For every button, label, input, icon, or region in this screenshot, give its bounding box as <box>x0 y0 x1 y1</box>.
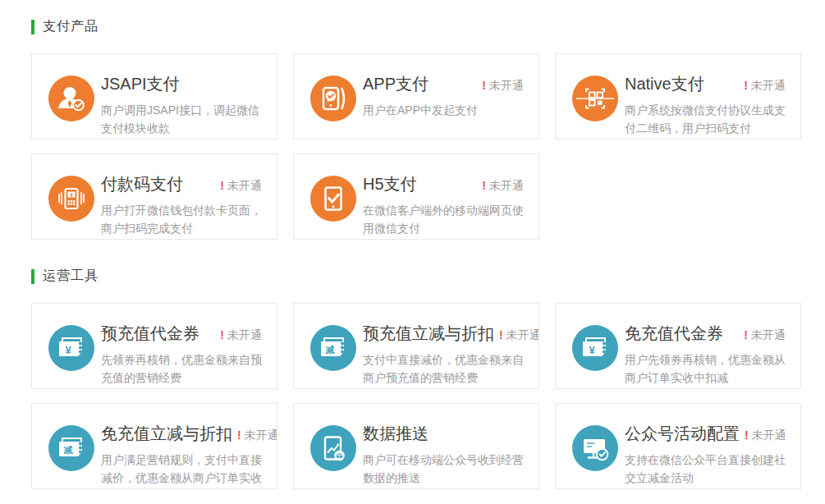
card-description: 先领券再核销，优惠金额来自预充值的营销经费 <box>101 351 262 387</box>
status-badge: !未开通 <box>482 179 524 194</box>
exclamation-icon: ! <box>482 179 486 192</box>
card-description: 支付中直接减价，优惠金额来自商户预充值的营销经费 <box>363 351 524 387</box>
status-badge: !未开通 <box>220 328 262 343</box>
section-title: 支付产品 <box>43 18 99 35</box>
tool-card-prepaid-voucher[interactable]: ¥ 预充值代金券 !未开通 先领券再核销，优惠金额来自预充值的营销经费 <box>31 303 277 389</box>
status-badge: !未开通 <box>744 79 786 94</box>
exclamation-icon: ! <box>744 328 748 341</box>
svg-text:¥: ¥ <box>70 192 73 198</box>
status-badge: !未开通 <box>482 79 524 94</box>
status-badge: !未开通 <box>499 328 539 343</box>
coupon-yen-icon: ¥ <box>48 325 94 371</box>
status-badge: !未开通 <box>237 428 277 443</box>
app-phone-icon <box>310 76 356 121</box>
card-description: 用户打开微信钱包付款卡页面，商户扫码完成支付 <box>101 201 262 237</box>
exclamation-icon: ! <box>482 79 486 92</box>
section-accent-bar <box>31 20 34 34</box>
coupon-yen-icon: ¥ <box>572 325 618 371</box>
product-card-h5-pay[interactable]: H5支付 !未开通 在微信客户端外的移动端网页使用微信支付 <box>293 153 539 240</box>
exclamation-icon: ! <box>744 79 748 92</box>
tools-card-grid: ¥ 预充值代金券 !未开通 先领券再核销，优惠金额来自预充值的营销经费 <box>31 303 825 489</box>
card-title: Native支付 <box>625 73 704 95</box>
exclamation-icon: ! <box>237 428 241 442</box>
card-title: H5支付 <box>363 173 417 195</box>
user-check-icon <box>48 76 94 121</box>
section-header-tools: 运营工具 <box>31 268 825 285</box>
tool-card-data-push[interactable]: 数据推送 ! 商户可在移动端公众号收到经营数据的推送 <box>293 403 539 489</box>
card-title: JSAPI支付 <box>101 73 180 95</box>
svg-text:减: 减 <box>326 345 335 355</box>
product-card-native-pay[interactable]: Native支付 !未开通 商户系统按微信支付协议生成支付二维码，用户扫码支付 <box>555 53 801 140</box>
exclamation-icon: ! <box>220 328 224 341</box>
status-badge: !未开通 <box>744 328 786 343</box>
svg-text:减: 减 <box>64 445 73 455</box>
phone-chart-mail-icon <box>310 425 356 471</box>
tool-card-free-discount[interactable]: 减 免充值立减与折扣 !未开通 用户满足营销规则，支付中直接减价，优惠金额从商户… <box>31 403 277 489</box>
status-badge: !未开通 <box>745 428 786 443</box>
product-card-app-pay[interactable]: APP支付 !未开通 用户在APP中发起支付 <box>293 53 539 140</box>
card-description: 商户系统按微信支付协议生成支付二维码，用户扫码支付 <box>625 101 786 137</box>
monitor-badge-icon <box>572 425 618 471</box>
exclamation-icon: ! <box>745 428 749 442</box>
card-description: 用户在APP中发起支付 <box>363 101 524 119</box>
section-payment-products: 支付产品 JSAPI支付 ! <box>31 18 825 240</box>
svg-text:¥: ¥ <box>589 344 595 356</box>
card-title: 数据推送 <box>363 423 429 445</box>
card-title: 免充值代金券 <box>625 323 723 345</box>
card-title: 免充值立减与折扣 <box>101 423 232 445</box>
card-description: 在微信客户端外的移动端网页使用微信支付 <box>363 201 524 237</box>
tool-card-prepaid-discount[interactable]: 减 预充值立减与折扣 !未开通 支付中直接减价，优惠金额来自商户预充值的营销经费 <box>293 303 539 389</box>
svg-text:¥: ¥ <box>65 344 71 356</box>
card-title: 预充值代金券 <box>101 323 199 345</box>
products-page: 支付产品 JSAPI支付 ! <box>0 0 825 489</box>
coupon-jian-icon: 减 <box>310 325 356 371</box>
card-description: 商户调用JSAPI接口，调起微信支付模块收款 <box>101 101 262 137</box>
status-badge: !未开通 <box>220 179 262 194</box>
tool-card-official-account-activity[interactable]: 公众号活动配置 !未开通 支持在微信公众平台直接创建社交立减金活动 <box>555 403 801 489</box>
section-operation-tools: 运营工具 ¥ 预充值代金券 <box>31 268 825 489</box>
tool-card-free-voucher[interactable]: ¥ 免充值代金券 !未开通 用户先领券再核销，优惠金额从商户订单实收中扣减 <box>555 303 801 389</box>
card-title: 付款码支付 <box>101 173 183 195</box>
payment-card-grid: JSAPI支付 ! 商户调用JSAPI接口，调起微信支付模块收款 <box>31 53 825 240</box>
card-description: 支持在微信公众平台直接创建社交立减金活动 <box>625 451 786 487</box>
card-title: APP支付 <box>363 73 429 95</box>
section-accent-bar <box>31 269 34 284</box>
coupon-jian-icon: 减 <box>48 425 94 471</box>
product-card-jsapi-pay[interactable]: JSAPI支付 ! 商户调用JSAPI接口，调起微信支付模块收款 <box>31 53 277 140</box>
phone-check-icon <box>310 176 356 222</box>
card-description: 用户满足营销规则，支付中直接减价，优惠金额从商户订单实收中扣 <box>101 451 262 489</box>
section-title: 运营工具 <box>43 268 99 285</box>
pos-terminal-icon: ¥ <box>48 176 94 222</box>
product-card-micropay[interactable]: ¥ 付款码支付 !未开通 <box>31 153 277 240</box>
qrcode-icon <box>572 76 618 121</box>
exclamation-icon: ! <box>220 179 224 192</box>
card-description: 商户可在移动端公众号收到经营数据的推送 <box>363 451 524 487</box>
card-description: 用户先领券再核销，优惠金额从商户订单实收中扣减 <box>625 351 786 387</box>
exclamation-icon: ! <box>499 328 503 341</box>
card-title: 公众号活动配置 <box>625 423 740 445</box>
section-header-payment: 支付产品 <box>31 18 825 35</box>
card-title: 预充值立减与折扣 <box>363 323 494 345</box>
